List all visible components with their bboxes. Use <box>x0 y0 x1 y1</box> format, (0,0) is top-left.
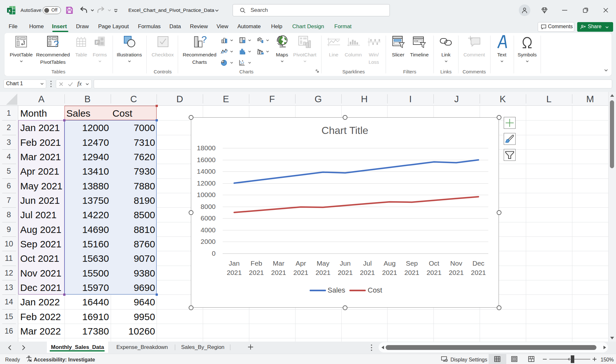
svg-text:F: F <box>96 40 98 45</box>
svg-text:x: x <box>8 8 11 13</box>
svg-text:?: ? <box>54 38 59 48</box>
svg-text:?: ? <box>201 36 207 45</box>
